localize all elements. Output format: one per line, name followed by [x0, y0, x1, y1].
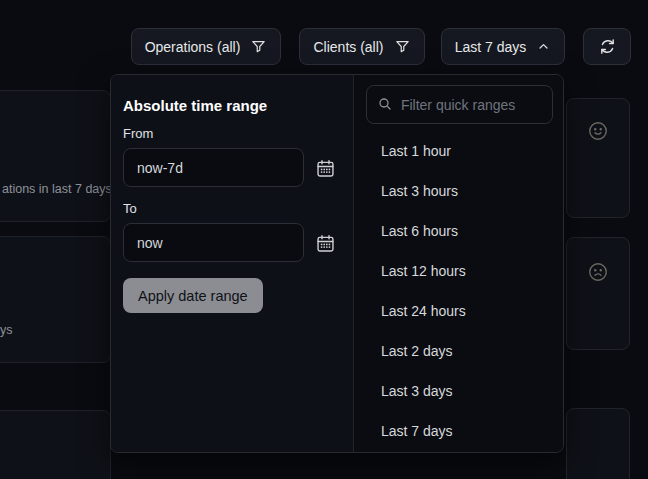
refresh-icon — [598, 37, 617, 56]
filter-quick-ranges-input[interactable] — [366, 85, 553, 124]
time-range-label: Last 7 days — [455, 39, 527, 55]
clients-filter-label: Clients (all) — [313, 39, 383, 55]
quick-range-option[interactable]: Last 24 hours — [354, 291, 563, 331]
quick-range-option[interactable]: Last 1 hour — [354, 131, 563, 171]
background-panel-row-1 — [0, 90, 111, 222]
quick-range-option[interactable]: Last 3 hours — [354, 171, 563, 211]
from-input[interactable] — [123, 148, 304, 187]
refresh-button[interactable] — [583, 28, 631, 65]
happy-face-icon — [587, 120, 609, 142]
time-picker-panel: Absolute time range From To Apply d — [110, 74, 564, 453]
quick-range-option[interactable]: Last 12 hours — [354, 251, 563, 291]
quick-range-option[interactable]: Last 2 days — [354, 331, 563, 371]
absolute-time-range-title: Absolute time range — [123, 97, 267, 114]
operations-filter-button[interactable]: Operations (all) — [131, 28, 281, 65]
background-panel-row-3 — [0, 410, 111, 479]
quick-range-option[interactable]: Last 7 days — [354, 411, 563, 451]
background-partial-text-1: ations in last 7 days — [2, 182, 112, 196]
from-label: From — [123, 126, 153, 141]
quick-ranges-section: Last 1 hour Last 3 hours Last 6 hours La… — [353, 75, 563, 452]
chevron-up-icon — [536, 39, 551, 54]
filter-icon — [394, 38, 411, 55]
background-panel-row-2 — [0, 236, 111, 363]
time-range-button[interactable]: Last 7 days — [441, 28, 565, 65]
background-partial-text-2: ys — [0, 323, 13, 337]
quick-ranges-list: Last 1 hour Last 3 hours Last 6 hours La… — [354, 131, 563, 451]
to-input[interactable] — [123, 223, 304, 262]
absolute-time-range-section: Absolute time range From To Apply d — [111, 75, 353, 452]
background-card-errors — [566, 237, 630, 350]
from-calendar-icon[interactable] — [315, 157, 337, 179]
app-screen: ations in last 7 days ys Operations (all… — [0, 0, 648, 479]
sad-face-icon — [587, 261, 609, 283]
apply-date-range-button[interactable]: Apply date range — [123, 278, 263, 313]
quick-range-search — [366, 85, 553, 124]
filter-icon — [250, 38, 267, 55]
quick-range-option[interactable]: Last 3 days — [354, 371, 563, 411]
quick-range-option[interactable]: Last 6 hours — [354, 211, 563, 251]
clients-filter-button[interactable]: Clients (all) — [299, 28, 425, 65]
background-card-bottom — [566, 408, 630, 479]
to-calendar-icon[interactable] — [315, 232, 337, 254]
to-label: To — [123, 201, 137, 216]
operations-filter-label: Operations (all) — [145, 39, 241, 55]
background-card-success — [566, 98, 630, 218]
